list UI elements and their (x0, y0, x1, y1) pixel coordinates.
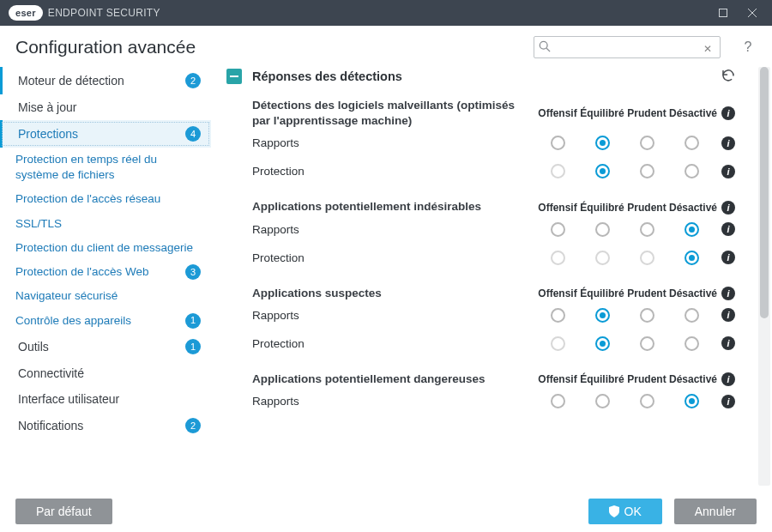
footer: Par défaut OK Annuler (0, 491, 772, 532)
radio-option[interactable] (685, 251, 699, 265)
column-header: Prudent (624, 202, 669, 214)
sidebar-item-update[interactable]: Mise à jour (0, 94, 211, 120)
column-header: Offensif (535, 107, 580, 119)
search-field[interactable] (534, 36, 721, 58)
radio-option[interactable] (640, 222, 654, 237)
info-icon[interactable]: i (721, 287, 735, 300)
sidebar-item-label: Protections (18, 127, 178, 141)
section-title: Réponses des détections (252, 70, 402, 83)
radio-option (640, 251, 654, 265)
sidebar-item-protections[interactable]: Protections4 (0, 120, 211, 148)
group-title: Applications suspectes (252, 286, 535, 301)
radio-option[interactable] (551, 394, 565, 408)
sidebar-item-label: Mise à jour (18, 100, 201, 114)
group-title: Détections des logiciels malveillants (o… (252, 98, 535, 129)
search-input[interactable] (534, 36, 721, 58)
sidebar: Moteur de détection2Mise à jourProtectio… (0, 62, 211, 491)
column-header: Prudent (624, 373, 669, 385)
column-header: Désactivé (669, 373, 714, 385)
radio-option[interactable] (595, 222, 610, 237)
window-maximize-button[interactable] (709, 0, 738, 26)
scrollbar[interactable] (758, 67, 770, 486)
row-label: Protection (252, 337, 535, 350)
radio-option[interactable] (595, 308, 610, 323)
help-button[interactable]: ? (739, 39, 757, 55)
radio-option[interactable] (640, 136, 654, 150)
setting-row: Rapportsi (252, 129, 753, 157)
radio-option[interactable] (685, 164, 699, 178)
sidebar-subitem-browser[interactable]: Navigateur sécurisé (0, 284, 211, 308)
info-icon[interactable]: i (721, 308, 735, 322)
row-label: Rapports (252, 309, 535, 322)
radio-option[interactable] (551, 136, 565, 150)
main-panel: Réponses des détections Détections des l… (226, 62, 757, 491)
column-header: Prudent (624, 287, 669, 299)
sidebar-item-conn[interactable]: Connectivité (0, 360, 211, 386)
radio-option[interactable] (640, 164, 654, 178)
svg-line-2 (546, 48, 550, 51)
sidebar-subitem-devices[interactable]: Contrôle des appareils1 (0, 309, 211, 333)
info-icon[interactable]: i (721, 395, 735, 408)
revert-button[interactable] (721, 67, 736, 86)
sidebar-subitem-net[interactable]: Protection de l'accès réseau (0, 187, 211, 211)
info-icon[interactable]: i (721, 201, 735, 215)
sidebar-item-notif[interactable]: Notifications2 (0, 412, 211, 439)
column-header: Désactivé (669, 287, 714, 299)
column-header: Offensif (535, 202, 580, 214)
cancel-button[interactable]: Annuler (674, 499, 757, 524)
svg-point-1 (540, 41, 547, 49)
count-badge: 2 (185, 73, 201, 88)
window-close-button[interactable] (738, 0, 767, 26)
sidebar-subitem-web[interactable]: Protection de l'accès Web3 (0, 260, 211, 284)
radio-option[interactable] (595, 394, 610, 408)
radio-option[interactable] (595, 136, 610, 150)
setting-row: Protectioni (252, 244, 753, 272)
undo-icon (721, 67, 736, 82)
radio-option[interactable] (640, 336, 654, 351)
radio-option[interactable] (685, 136, 699, 150)
radio-option[interactable] (595, 164, 610, 178)
sidebar-item-label: Protection de l'accès Web (15, 264, 178, 280)
radio-option[interactable] (551, 308, 565, 323)
collapse-toggle[interactable] (226, 69, 242, 84)
sidebar-item-tools[interactable]: Outils1 (0, 333, 211, 360)
setting-row: Rapportsi (252, 387, 753, 415)
info-icon[interactable]: i (721, 106, 735, 120)
radio-option[interactable] (595, 336, 610, 351)
sidebar-item-ui[interactable]: Interface utilisateur (0, 386, 211, 412)
sidebar-item-label: Protection en temps réel du système de f… (15, 152, 201, 183)
radio-option[interactable] (551, 222, 565, 237)
radio-option[interactable] (685, 222, 699, 237)
info-icon[interactable]: i (721, 372, 735, 386)
info-icon[interactable]: i (721, 222, 735, 236)
clear-search-icon[interactable] (703, 40, 715, 52)
info-icon[interactable]: i (721, 251, 735, 264)
default-button[interactable]: Par défaut (15, 499, 112, 524)
info-icon[interactable]: i (721, 336, 735, 350)
radio-option[interactable] (640, 308, 654, 323)
radio-option[interactable] (685, 394, 699, 408)
scroll-thumb[interactable] (760, 67, 769, 318)
sidebar-subitem-mail[interactable]: Protection du client de messagerie (0, 236, 211, 260)
settings-group: Détections des logiciels malveillants (o… (226, 96, 753, 197)
sidebar-item-label: Connectivité (18, 366, 201, 380)
ok-button[interactable]: OK (588, 499, 662, 524)
sidebar-item-engine[interactable]: Moteur de détection2 (0, 67, 211, 94)
column-header: Prudent (624, 107, 669, 119)
sidebar-item-label: Outils (18, 340, 178, 354)
count-badge: 1 (185, 313, 201, 329)
setting-row: Protectioni (252, 329, 753, 358)
sidebar-item-label: Notifications (18, 419, 178, 432)
radio-option (595, 251, 610, 265)
sidebar-item-label: Interface utilisateur (18, 392, 201, 406)
column-header: Équilibré (580, 287, 624, 299)
radio-option[interactable] (685, 336, 699, 351)
ok-label: OK (624, 505, 642, 518)
sidebar-subitem-rtfs[interactable]: Protection en temps réel du système de f… (0, 148, 211, 187)
info-icon[interactable]: i (721, 165, 735, 178)
row-label: Rapports (252, 136, 535, 149)
radio-option[interactable] (685, 308, 699, 323)
radio-option[interactable] (640, 394, 654, 408)
sidebar-subitem-ssl[interactable]: SSL/TLS (0, 212, 211, 236)
info-icon[interactable]: i (721, 136, 735, 150)
